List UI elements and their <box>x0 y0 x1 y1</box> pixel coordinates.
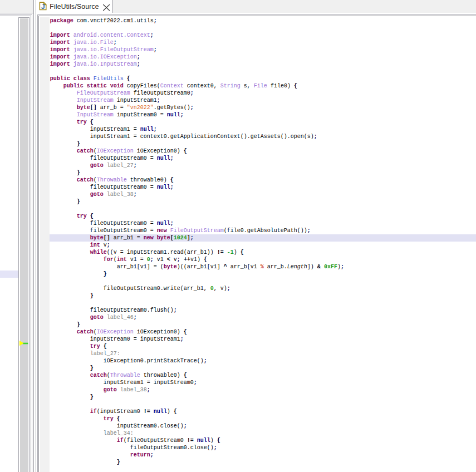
svg-text:J: J <box>41 3 45 11</box>
